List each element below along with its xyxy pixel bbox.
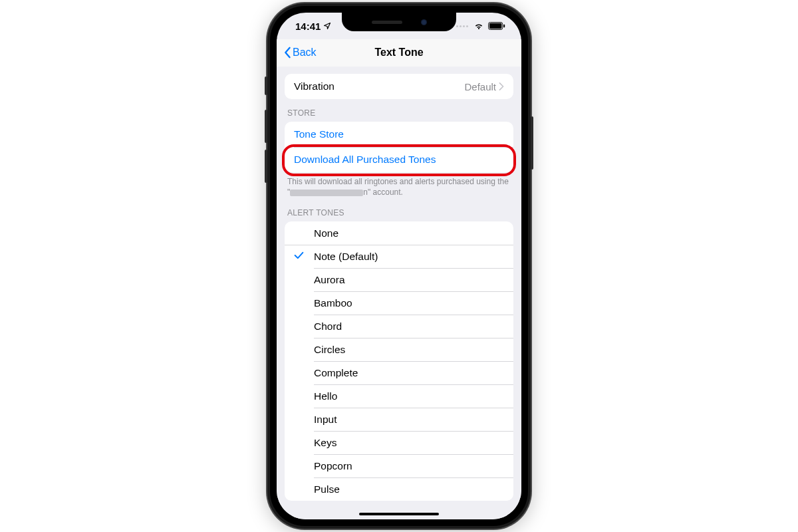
alert-tone-label: Complete [314, 367, 358, 379]
store-section-header: STORE [277, 99, 521, 122]
store-footer-suffix: n" account. [363, 188, 403, 197]
chevron-left-icon [283, 47, 291, 59]
download-all-row[interactable]: Download All Purchased Tones [285, 147, 513, 172]
earpiece-speaker [372, 21, 402, 24]
alert-tone-row[interactable]: Hello [285, 384, 513, 408]
svg-rect-2 [503, 25, 505, 28]
alert-tone-row[interactable]: Bamboo [285, 291, 513, 315]
status-time: 14:41 [295, 21, 321, 32]
phone-frame: 14:41 [267, 3, 531, 529]
location-icon [323, 22, 331, 30]
mute-switch [265, 76, 267, 95]
alert-tone-row[interactable]: Circles [285, 338, 513, 361]
alert-tone-row[interactable]: Complete [285, 361, 513, 384]
vibration-row[interactable]: Vibration Default [285, 74, 513, 99]
alert-tone-label: Bamboo [314, 297, 352, 309]
alert-tone-label: Input [314, 414, 336, 426]
alert-tone-row[interactable]: Aurora [285, 268, 513, 291]
alert-tone-row[interactable]: Pulse [285, 477, 513, 501]
download-all-label: Download All Purchased Tones [294, 154, 436, 166]
vibration-value: Default [464, 81, 496, 92]
alert-tone-row[interactable]: None [285, 221, 513, 245]
tone-store-label: Tone Store [294, 128, 344, 140]
cell-signal-dots [456, 25, 468, 27]
alert-tone-row[interactable]: Chord [285, 315, 513, 338]
settings-content: Vibration Default STORE [277, 66, 521, 519]
back-button[interactable]: Back [283, 47, 317, 59]
nav-bar: Back Text Tone [277, 39, 521, 66]
chevron-right-icon [499, 82, 504, 90]
alert-tone-row[interactable]: Keys [285, 431, 513, 454]
alert-tone-label: Pulse [314, 483, 340, 495]
alert-tone-label: Hello [314, 390, 337, 402]
alert-tones-section-header: ALERT TONES [277, 199, 521, 221]
alert-tone-label: Aurora [314, 274, 345, 286]
alert-tone-label: Popcorn [314, 460, 352, 472]
volume-down-button [265, 150, 267, 183]
side-button [531, 116, 533, 170]
alert-tones-list: NoneNote (Default)AuroraBambooChordCircl… [285, 221, 513, 501]
tone-store-row[interactable]: Tone Store [285, 122, 513, 147]
front-camera [421, 19, 427, 25]
alert-tone-label: Note (Default) [314, 251, 378, 263]
alert-tone-row[interactable]: Popcorn [285, 454, 513, 477]
screen: 14:41 [277, 13, 521, 519]
alert-tone-label: Circles [314, 344, 345, 356]
alert-tone-row[interactable]: Note (Default) [285, 245, 513, 268]
alert-tone-label: None [314, 227, 338, 239]
redacted-account [290, 190, 363, 196]
alert-tone-label: Keys [314, 437, 336, 449]
page-title: Text Tone [374, 47, 423, 59]
svg-rect-1 [489, 23, 501, 29]
back-label: Back [293, 47, 317, 59]
alert-tone-label: Chord [314, 321, 342, 332]
alert-tone-row[interactable]: Input [285, 408, 513, 431]
notch [342, 13, 456, 31]
checkmark-icon [294, 251, 304, 263]
battery-icon [488, 22, 505, 30]
volume-up-button [265, 110, 267, 143]
vibration-label: Vibration [294, 80, 334, 92]
home-indicator[interactable] [359, 513, 439, 515]
store-section-footer: This will download all ringtones and ale… [277, 172, 521, 199]
wifi-icon [473, 22, 484, 30]
